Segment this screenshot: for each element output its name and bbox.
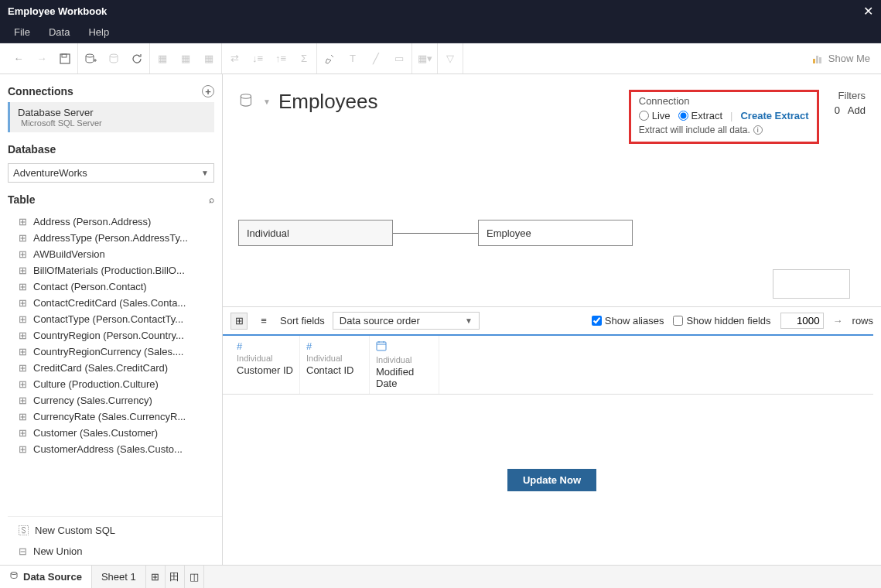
duplicate-icon[interactable]: ▦ xyxy=(178,51,193,67)
clear-icon[interactable]: ▦ xyxy=(201,51,217,67)
svg-rect-5 xyxy=(816,56,818,63)
toolbar: ← → ▦ ▦ ▦ ⇄ ↓≡ ↑≡ Σ T ╱ ▭ ▦▾ ▽ Show Me xyxy=(0,43,881,74)
totals-icon[interactable]: Σ xyxy=(296,51,312,67)
sort-desc-icon[interactable]: ↑≡ xyxy=(273,51,289,67)
table-item[interactable]: ⊞AWBuildVersion xyxy=(15,246,222,262)
grid-column[interactable]: # Individual Contact ID xyxy=(300,336,370,394)
placeholder-box xyxy=(773,269,850,299)
rows-label: rows xyxy=(852,315,873,326)
fit-icon[interactable]: ▦▾ xyxy=(417,51,432,67)
table-icon: ⊞ xyxy=(19,346,27,357)
live-radio[interactable]: Live xyxy=(639,110,671,121)
table-item[interactable]: ⊞CountryRegion (Person.Country... xyxy=(15,327,222,344)
tab-datasource[interactable]: Data Source xyxy=(0,566,92,588)
arrow-right-icon[interactable]: → xyxy=(833,315,843,326)
show-hidden-checkbox[interactable]: Show hidden fields xyxy=(673,315,770,326)
create-extract-link[interactable]: Create Extract xyxy=(740,110,808,121)
new-worksheet-icon[interactable]: ▦ xyxy=(155,51,170,67)
table-item[interactable]: ⊞CountryRegionCurrency (Sales.... xyxy=(15,344,222,360)
database-select[interactable]: AdventureWorks ▼ xyxy=(8,163,214,183)
grid-header: # Individual Customer ID # Individual Co… xyxy=(223,334,873,395)
forward-icon[interactable]: → xyxy=(34,51,50,67)
chevron-down-icon[interactable]: ▼ xyxy=(263,97,271,106)
table-icon: ⊞ xyxy=(19,281,27,292)
table-icon: ⊞ xyxy=(19,248,27,260)
tab-sheet1[interactable]: Sheet 1 xyxy=(92,566,146,588)
search-icon[interactable]: ⌕ xyxy=(209,194,214,205)
join-table-right[interactable]: Employee xyxy=(478,220,633,246)
menu-help[interactable]: Help xyxy=(79,26,118,38)
line-icon[interactable]: ╱ xyxy=(368,51,384,67)
filters-add-link[interactable]: Add xyxy=(848,104,866,116)
table-list: ⊞Address (Person.Address) ⊞AddressType (… xyxy=(8,214,222,516)
menu-data[interactable]: Data xyxy=(39,26,79,38)
extract-radio[interactable]: Extract xyxy=(678,110,722,121)
refresh-icon[interactable] xyxy=(129,51,145,67)
close-icon[interactable]: ✕ xyxy=(863,4,873,19)
new-custom-sql[interactable]: 🇸New Custom SQL xyxy=(15,520,214,541)
new-story-tab-icon[interactable]: ◫ xyxy=(185,566,204,588)
table-item[interactable]: ⊞AddressType (Person.AddressTy... xyxy=(15,230,222,246)
new-dashboard-tab-icon[interactable]: 田 xyxy=(166,566,185,588)
join-line xyxy=(393,233,478,234)
table-item[interactable]: ⊞Currency (Sales.Currency) xyxy=(15,392,222,409)
svg-point-2 xyxy=(86,54,94,57)
list-view-icon[interactable]: ≡ xyxy=(255,313,272,330)
grid-column[interactable]: # Individual Customer ID xyxy=(230,336,300,394)
table-item[interactable]: ⊞CustomerAddress (Sales.Custo... xyxy=(15,441,222,457)
database-header: Database xyxy=(8,138,214,160)
new-datasource-icon[interactable] xyxy=(83,51,98,67)
datasource-icon xyxy=(9,571,19,583)
info-icon[interactable]: i xyxy=(753,125,763,135)
new-union[interactable]: ⊟New Union xyxy=(15,541,214,562)
table-item[interactable]: ⊞ContactCreditCard (Sales.Conta... xyxy=(15,295,222,311)
table-item[interactable]: ⊞CreditCard (Sales.CreditCard) xyxy=(15,360,222,376)
save-icon[interactable] xyxy=(57,51,73,67)
showme-button[interactable]: Show Me xyxy=(811,53,875,65)
add-connection-icon[interactable]: + xyxy=(202,85,214,97)
table-icon: ⊞ xyxy=(19,313,27,325)
table-icon: ⊞ xyxy=(19,378,27,390)
table-item[interactable]: ⊞Culture (Production.Culture) xyxy=(15,376,222,392)
extract-note: Extract will include all data.i xyxy=(639,125,809,135)
grid-view-icon[interactable]: ⊞ xyxy=(230,313,248,330)
svg-rect-8 xyxy=(377,342,386,350)
table-icon: ⊞ xyxy=(19,232,27,244)
filters-count: 0 xyxy=(835,104,840,116)
table-item[interactable]: ⊞Address (Person.Address) xyxy=(15,214,222,230)
join-table-left[interactable]: Individual xyxy=(238,220,393,246)
table-item[interactable]: ⊞ContactType (Person.ContactTy... xyxy=(15,311,222,327)
swap-icon[interactable]: ⇄ xyxy=(227,51,242,67)
presentation-icon[interactable]: ▽ xyxy=(442,51,458,67)
grid-toolbar: ⊞ ≡ Sort fields Data source order ▼ Show… xyxy=(223,306,881,334)
join-area[interactable]: Individual Employee xyxy=(223,144,881,306)
connection-item[interactable]: Database Server Microsoft SQL Server xyxy=(8,102,214,132)
show-aliases-checkbox[interactable]: Show aliases xyxy=(592,315,664,326)
menubar: File Data Help xyxy=(0,22,881,43)
rows-input[interactable] xyxy=(780,313,824,329)
table-item[interactable]: ⊞Customer (Sales.Customer) xyxy=(15,425,222,441)
chevron-down-icon: ▼ xyxy=(201,169,209,177)
table-item[interactable]: ⊞Contact (Person.Contact) xyxy=(15,279,222,295)
update-now-button[interactable]: Update Now xyxy=(507,469,596,491)
text-icon[interactable]: T xyxy=(345,51,360,67)
grid-column[interactable]: Individual Modified Date xyxy=(370,336,439,394)
back-icon[interactable]: ← xyxy=(11,51,26,67)
sort-select[interactable]: Data source order ▼ xyxy=(333,312,480,330)
sort-asc-icon[interactable]: ↓≡ xyxy=(250,51,265,67)
table-icon: ⊞ xyxy=(19,443,27,455)
menu-file[interactable]: File xyxy=(5,26,39,38)
box-icon[interactable]: ▭ xyxy=(391,51,407,67)
table-item[interactable]: ⊞CurrencyRate (Sales.CurrencyR... xyxy=(15,409,222,425)
table-icon: ⊞ xyxy=(19,330,27,341)
table-icon: ⊞ xyxy=(19,265,27,276)
datasource-title: ▼ Employees xyxy=(238,90,378,114)
highlight-icon[interactable] xyxy=(322,51,337,67)
connection-panel: Connection Live Extract | Create Extract… xyxy=(629,90,819,144)
svg-point-7 xyxy=(241,94,251,99)
new-worksheet-tab-icon[interactable]: ⊞ xyxy=(146,566,166,588)
canvas: ▼ Employees Connection Live Extract | Cr… xyxy=(223,74,881,565)
database-icon xyxy=(238,92,255,111)
pause-icon[interactable] xyxy=(106,51,121,67)
table-item[interactable]: ⊞BillOfMaterials (Production.BillO... xyxy=(15,262,222,279)
